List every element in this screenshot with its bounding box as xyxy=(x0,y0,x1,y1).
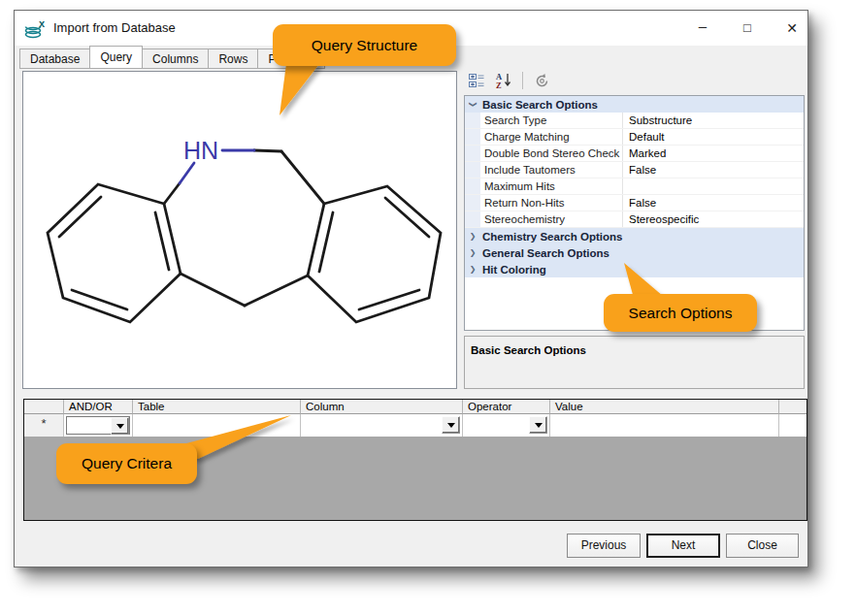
reset-icon[interactable] xyxy=(531,71,552,90)
description-title: Basic Search Options xyxy=(471,344,586,356)
operator-cell[interactable] xyxy=(463,414,550,437)
property-name: Charge Matching xyxy=(480,129,623,145)
column-cell[interactable] xyxy=(301,414,463,437)
minimize-button[interactable]: – xyxy=(686,16,719,40)
criteria-col-operator: Operator xyxy=(463,400,550,414)
property-name: Search Type xyxy=(480,113,623,128)
property-row[interactable]: StereochemistryStereospecific xyxy=(465,211,804,228)
close-button[interactable]: ✕ xyxy=(775,16,808,40)
tab-columns[interactable]: Columns xyxy=(143,49,209,69)
criteria-header-row: AND/ORTableColumnOperatorValue xyxy=(24,400,807,414)
property-value[interactable]: Substructure xyxy=(623,113,804,128)
criteria-col-table: Table xyxy=(133,400,301,414)
operator-dropdown-icon[interactable] xyxy=(529,416,547,434)
page: x Import from Database – □ ✕ DatabaseQue… xyxy=(0,0,856,616)
row-selector-cell[interactable]: * xyxy=(24,414,64,437)
toolbar-separator xyxy=(522,72,523,89)
property-value[interactable]: False xyxy=(623,162,804,178)
tab-rows[interactable]: Rows xyxy=(209,49,258,69)
andor-dropdown-icon[interactable] xyxy=(111,417,129,435)
row-gutter xyxy=(465,146,480,161)
window-title: Import from Database xyxy=(53,20,176,35)
criteria-col-rowhdr xyxy=(24,400,64,414)
options-toolbar: A Z xyxy=(466,69,806,92)
chevron-right-icon[interactable]: ❯ xyxy=(465,232,480,241)
extra-cell[interactable] xyxy=(779,414,807,437)
query-structure-canvas[interactable]: HN xyxy=(22,71,457,389)
callout-query-criteria: Query Critera xyxy=(56,443,197,484)
category-label: General Search Options xyxy=(480,247,609,259)
tab-database[interactable]: Database xyxy=(19,49,90,69)
property-row[interactable]: Double Bond Stereo CheckMarked xyxy=(465,146,804,162)
category-row[interactable]: ❯General Search Options xyxy=(465,244,804,261)
table-cell[interactable] xyxy=(133,414,301,437)
criteria-col-value: Value xyxy=(550,400,779,414)
property-name: Stereochemistry xyxy=(480,211,623,227)
property-value[interactable]: Marked xyxy=(623,146,804,161)
property-name: Include Tautomers xyxy=(480,162,623,178)
categorized-icon[interactable] xyxy=(466,71,487,90)
maximize-button[interactable]: □ xyxy=(731,16,764,40)
andor-cell[interactable] xyxy=(64,414,133,437)
close-dialog-button[interactable]: Close xyxy=(726,534,799,558)
category-row[interactable]: ❯Basic Search Options xyxy=(465,96,804,113)
row-gutter xyxy=(465,211,480,227)
property-value[interactable]: Stereospecific xyxy=(623,211,804,227)
property-row[interactable]: Include TautomersFalse xyxy=(465,162,804,178)
row-gutter xyxy=(465,178,480,194)
chevron-down-icon[interactable]: ❯ xyxy=(469,97,477,113)
next-button[interactable]: Next xyxy=(646,534,720,558)
column-dropdown-icon[interactable] xyxy=(442,416,460,434)
svg-text:Z: Z xyxy=(496,81,502,89)
tab-query[interactable]: Query xyxy=(89,46,143,69)
category-label: Basic Search Options xyxy=(480,99,598,111)
property-row[interactable]: Return Non-HitsFalse xyxy=(465,195,804,211)
property-name: Return Non-Hits xyxy=(480,195,623,211)
option-description-panel: Basic Search Options xyxy=(464,336,805,389)
property-row[interactable]: Maximum Hits xyxy=(465,178,804,195)
criteria-col-extra xyxy=(779,400,807,414)
row-gutter xyxy=(465,129,480,145)
property-name: Maximum Hits xyxy=(480,178,623,194)
category-label: Hit Coloring xyxy=(480,264,546,276)
property-value[interactable]: Default xyxy=(623,129,804,145)
property-name: Double Bond Stereo Check xyxy=(480,146,623,161)
svg-text:x: x xyxy=(39,18,46,29)
row-gutter xyxy=(465,162,480,178)
category-label: Chemistry Search Options xyxy=(480,231,622,243)
value-cell[interactable] xyxy=(550,414,779,437)
chevron-right-icon[interactable]: ❯ xyxy=(465,265,480,274)
nh-atom-label: HN xyxy=(183,137,218,164)
property-value[interactable] xyxy=(623,178,804,194)
criteria-new-row: * xyxy=(24,414,807,437)
property-row[interactable]: Search TypeSubstructure xyxy=(465,113,804,129)
molecule-drawing: HN xyxy=(23,72,456,388)
row-gutter xyxy=(465,113,480,128)
callout-query-structure: Query Structure xyxy=(273,24,456,66)
criteria-col-andor: AND/OR xyxy=(64,400,133,414)
sort-alphabetical-icon[interactable]: A Z xyxy=(493,71,514,90)
category-row[interactable]: ❯Chemistry Search Options xyxy=(465,228,804,244)
criteria-col-column: Column xyxy=(301,400,463,414)
property-row[interactable]: Charge MatchingDefault xyxy=(465,129,804,146)
row-gutter xyxy=(465,195,480,211)
callout-search-options: Search Options xyxy=(604,294,757,332)
app-database-icon: x xyxy=(24,18,46,40)
category-row[interactable]: ❯Hit Coloring xyxy=(465,261,804,277)
chevron-right-icon[interactable]: ❯ xyxy=(465,248,480,257)
previous-button[interactable]: Previous xyxy=(567,534,641,558)
property-value[interactable]: False xyxy=(623,195,804,211)
